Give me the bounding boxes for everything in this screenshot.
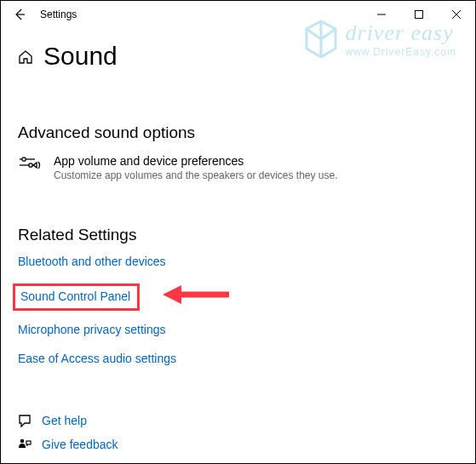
window-title: Settings <box>40 9 77 20</box>
home-icon <box>18 49 33 68</box>
window-controls <box>363 1 475 28</box>
svg-rect-2 <box>416 11 423 19</box>
page-header: Sound <box>1 28 475 71</box>
maximize-button[interactable] <box>400 1 438 28</box>
app-volume-preferences[interactable]: App volume and device preferences Custom… <box>18 154 458 181</box>
feedback-icon <box>18 438 32 451</box>
give-feedback-label: Give feedback <box>42 438 118 451</box>
link-ease-of-access-audio[interactable]: Ease of Access audio settings <box>18 352 176 365</box>
svg-marker-10 <box>163 285 181 304</box>
page-title: Sound <box>43 42 118 71</box>
link-bluetooth-devices[interactable]: Bluetooth and other devices <box>18 255 166 268</box>
chat-icon <box>18 414 32 427</box>
close-icon <box>452 10 461 19</box>
related-heading: Related Settings <box>18 226 458 244</box>
back-button[interactable] <box>8 3 32 26</box>
footer-links: Get help Give feedback <box>18 404 118 451</box>
svg-point-11 <box>20 439 25 444</box>
link-microphone-privacy[interactable]: Microphone privacy settings <box>18 323 166 336</box>
sliders-icon <box>18 154 42 180</box>
minimize-button[interactable] <box>363 1 400 28</box>
svg-rect-12 <box>26 441 31 444</box>
svg-point-6 <box>22 158 26 161</box>
get-help-link[interactable]: Get help <box>18 414 118 427</box>
annotation-arrow-icon <box>163 282 231 307</box>
give-feedback-link[interactable]: Give feedback <box>18 438 118 451</box>
annotation-highlight: Sound Control Panel <box>18 284 140 323</box>
get-help-label: Get help <box>42 414 87 427</box>
advanced-heading: Advanced sound options <box>18 123 458 142</box>
pref-desc: Customize app volumes and the speakers o… <box>54 169 338 181</box>
arrow-left-icon <box>13 8 26 21</box>
link-sound-control-panel[interactable]: Sound Control Panel <box>20 289 130 303</box>
maximize-icon <box>415 10 423 19</box>
close-button[interactable] <box>438 1 475 28</box>
pref-title: App volume and device preferences <box>54 154 338 168</box>
minimize-icon <box>377 10 386 19</box>
svg-point-8 <box>29 163 32 167</box>
titlebar: Settings <box>1 1 475 28</box>
